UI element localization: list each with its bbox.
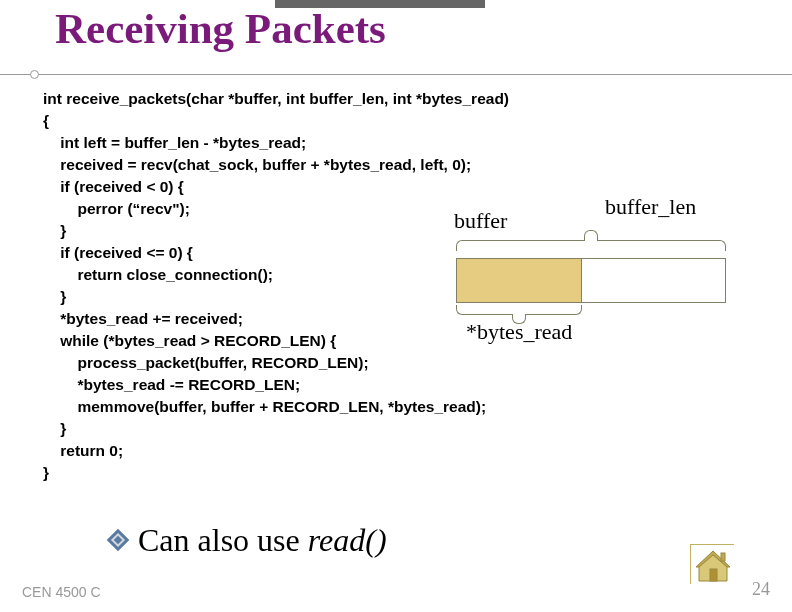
bullet-text: Can also use — [138, 522, 308, 558]
code-line: process_packet(buffer, RECORD_LEN); — [43, 354, 369, 371]
code-line: memmove(buffer, buffer + RECORD_LEN, *by… — [43, 398, 486, 415]
buffer-diagram: buffer buffer_len *bytes_read — [420, 194, 750, 344]
title-ornament-circle — [30, 70, 39, 79]
code-line: while (*bytes_read > RECORD_LEN) { — [43, 332, 336, 349]
code-line: perror (“recv"); — [43, 200, 190, 217]
code-line: return 0; — [43, 442, 123, 459]
code-line: received = recv(chat_sock, buffer + *byt… — [43, 156, 471, 173]
diamond-bullet-icon — [107, 529, 130, 552]
footer-course: CEN 4500 C — [22, 584, 101, 600]
code-line: if (received < 0) { — [43, 178, 184, 195]
title-underline — [0, 74, 792, 75]
slide-title: Receiving Packets — [55, 4, 386, 53]
bullet-func: read() — [308, 522, 387, 558]
svg-rect-1 — [721, 553, 725, 561]
code-line: *bytes_read += received; — [43, 310, 243, 327]
code-line: return close_connection(); — [43, 266, 273, 283]
code-line: } — [43, 420, 66, 437]
brace-top — [456, 230, 726, 252]
code-line: } — [43, 288, 66, 305]
code-line: int left = buffer_len - *bytes_read; — [43, 134, 306, 151]
label-bytes-read: *bytes_read — [466, 319, 572, 345]
home-icon — [690, 544, 734, 584]
label-buffer-len: buffer_len — [605, 194, 696, 220]
footer-page-number: 24 — [752, 579, 770, 600]
code-line: { — [43, 112, 49, 129]
code-line: } — [43, 222, 66, 239]
code-line: if (received <= 0) { — [43, 244, 193, 261]
bytes-read-fill-rect — [456, 258, 582, 303]
code-line: *bytes_read -= RECORD_LEN; — [43, 376, 300, 393]
code-line: int receive_packets(char *buffer, int bu… — [43, 90, 509, 107]
code-line: } — [43, 464, 49, 481]
bullet-line: Can also use read() — [110, 522, 387, 559]
svg-rect-2 — [710, 569, 717, 581]
